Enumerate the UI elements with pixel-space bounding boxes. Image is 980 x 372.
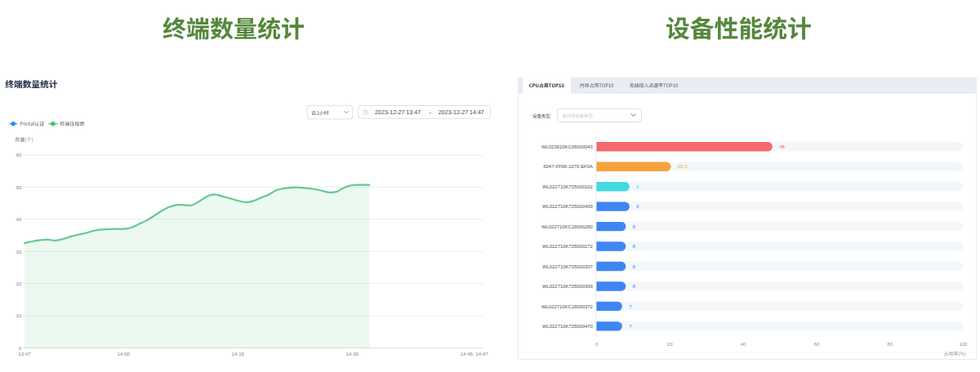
svg-text:10: 10	[16, 312, 22, 318]
svg-text:WL022710K725000102: WL022710K725000102	[542, 184, 593, 189]
svg-text:WL022710KC18000372: WL022710KC18000372	[541, 304, 593, 309]
svg-text:14:47: 14:47	[475, 351, 488, 356]
svg-text:40: 40	[16, 216, 22, 222]
svg-text:14:00: 14:00	[118, 351, 131, 356]
svg-text:WL022710K725000369: WL022710K725000369	[542, 284, 593, 289]
svg-text:50: 50	[16, 184, 22, 190]
svg-text:80: 80	[887, 342, 893, 347]
svg-text:48: 48	[779, 144, 785, 149]
svg-text:60: 60	[813, 342, 819, 347]
svg-text:13:47: 13:47	[18, 351, 31, 356]
svg-text:2023-12-27 13:47: 2023-12-27 13:47	[375, 109, 421, 116]
svg-text:60: 60	[16, 152, 22, 157]
svg-text:WL022710K725000272: WL022710K725000272	[542, 244, 593, 249]
svg-text:14:45: 14:45	[461, 351, 474, 356]
svg-text:2023-12-27 14:47: 2023-12-27 14:47	[439, 109, 484, 116]
svg-text:20.3: 20.3	[678, 164, 688, 169]
svg-text:WL022710K725000470: WL022710K725000470	[542, 324, 594, 329]
svg-text:100: 100	[959, 342, 968, 347]
svg-text:WL022710KC18000280: WL022710KC18000280	[541, 224, 594, 229]
svg-text:14:30: 14:30	[346, 351, 359, 356]
svg-text:20: 20	[667, 342, 673, 347]
svg-text:0: 0	[19, 345, 22, 351]
svg-text:30: 30	[16, 249, 22, 255]
svg-text:6047-FF96-1070-EF0A: 6047-FF96-1070-EF0A	[543, 164, 593, 169]
svg-text:WL022710K725000409: WL022710K725000409	[542, 204, 593, 209]
svg-text:WL022710K725000307: WL022710K725000307	[542, 264, 593, 269]
svg-text:20: 20	[16, 281, 22, 286]
svg-text:WL023610KC06000043: WL023610KC06000043	[541, 144, 594, 149]
svg-text:40: 40	[741, 342, 746, 347]
svg-text:14:15: 14:15	[232, 351, 245, 356]
